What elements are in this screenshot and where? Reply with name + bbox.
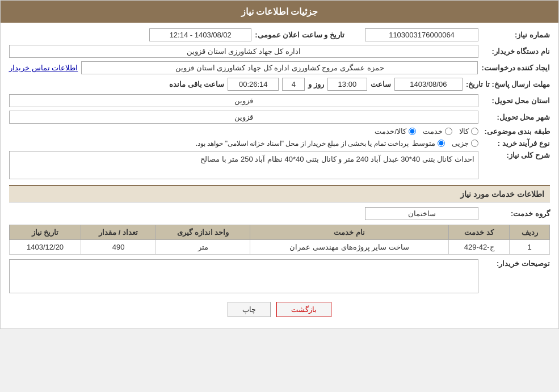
service-group-label: گروه خدمت: xyxy=(482,209,550,218)
creator-link[interactable]: اطلاعات تماس خریدار xyxy=(9,64,78,72)
response-days-value: 4 xyxy=(282,78,305,91)
category-label: طبقه بندی موضوعی: xyxy=(482,127,550,136)
category-kala-item[interactable]: کالا xyxy=(459,127,478,136)
need-number-label: شماره نیاز: xyxy=(482,31,550,39)
col-service-name: نام خدمت xyxy=(250,225,449,240)
response-date-value: 1403/08/06 xyxy=(394,78,463,91)
purchase-jozii-label: جزیی xyxy=(452,139,469,147)
cell-quantity: 490 xyxy=(81,240,156,255)
response-deadline-row: مهلت ارسال پاسخ: تا تاریخ: 1403/08/06 سا… xyxy=(9,78,550,91)
response-days-label: روز و xyxy=(308,80,324,88)
cell-service-code: ج-42-429 xyxy=(448,240,509,255)
back-button[interactable]: بازگشت xyxy=(276,302,331,317)
service-group-value: ساختمان xyxy=(365,207,478,220)
creator-row: ایجاد کننده درخواست: حمزه عسگری مروج کشا… xyxy=(9,61,550,74)
purchase-type-row: نوع فرآیند خرید : جزیی متوسط پرداخت تمام… xyxy=(9,139,550,147)
category-khadamat-radio[interactable] xyxy=(445,128,452,135)
category-khadamat-label: خدمت xyxy=(423,127,443,136)
buyer-org-value: اداره کل جهاد کشاورزی استان قزوین xyxy=(9,45,478,58)
response-time-value: 13:00 xyxy=(327,78,367,91)
delivery-province-label: استان محل تحویل: xyxy=(482,96,550,105)
need-desc-value: احداث کانال بتنی 40*30 عبدل آباد 240 متر… xyxy=(9,151,478,179)
delivery-province-row: استان محل تحویل: قزوین xyxy=(9,94,550,107)
purchase-jozii-radio[interactable] xyxy=(471,140,478,147)
purchase-type-desc: پرداخت تمام یا بخشی از مبلغ خریدار از مح… xyxy=(9,140,409,147)
service-group-row: گروه خدمت: ساختمان xyxy=(9,207,550,220)
services-section-title: اطلاعات خدمات مورد نیاز xyxy=(9,185,550,203)
purchase-mottasat-radio[interactable] xyxy=(438,140,445,147)
header-title: جزئیات اطلاعات نیاز xyxy=(241,7,318,16)
delivery-province-value: قزوین xyxy=(9,94,478,107)
col-date: تاریخ نیاز xyxy=(10,225,81,240)
cell-row: 1 xyxy=(510,240,550,255)
purchase-mottasat-label: متوسط xyxy=(412,139,435,147)
purchase-mottasat-item[interactable]: متوسط xyxy=(412,139,445,147)
category-kala-khadamat-label: کالا/خدمت xyxy=(375,127,406,136)
print-button[interactable]: چاپ xyxy=(228,302,271,317)
need-desc-row: شرح کلی نیاز: احداث کانال بتنی 40*30 عبد… xyxy=(9,151,550,179)
response-time-label: ساعت xyxy=(371,80,391,88)
purchase-type-label: نوع فرآیند خرید : xyxy=(482,139,550,147)
buyer-org-label: نام دستگاه خریدار: xyxy=(482,47,550,56)
col-service-code: کد خدمت xyxy=(448,225,509,240)
purchase-type-radio-group: جزیی متوسط xyxy=(412,139,478,147)
category-kala-khadamat-radio[interactable] xyxy=(409,128,416,135)
category-khadamat-item[interactable]: خدمت xyxy=(423,127,452,136)
announce-datetime-label: تاریخ و ساعت اعلان عمومی: xyxy=(255,31,344,39)
response-remaining-label: ساعت باقی مانده xyxy=(169,80,224,88)
page-header: جزئیات اطلاعات نیاز xyxy=(1,1,558,23)
response-remaining-value: 00:26:14 xyxy=(228,78,279,91)
services-table: ردیف کد خدمت نام خدمت واحد اندازه گیری ت… xyxy=(9,225,550,255)
table-row: 1 ج-42-429 ساخت سایر پروژه‌های مهندسی عم… xyxy=(10,240,550,255)
response-deadline-label: مهلت ارسال پاسخ: تا تاریخ: xyxy=(466,80,550,88)
buyer-desc-box xyxy=(9,259,478,293)
cell-date: 1403/12/20 xyxy=(10,240,81,255)
purchase-jozii-item[interactable]: جزیی xyxy=(452,139,478,147)
content-area: شماره نیاز: 1103003176000064 تاریخ و ساع… xyxy=(1,23,558,328)
buttons-row: بازگشت چاپ xyxy=(9,302,550,317)
category-kala-radio[interactable] xyxy=(471,128,478,135)
cell-unit: متر xyxy=(156,240,250,255)
need-number-value: 1103003176000064 xyxy=(365,28,478,41)
need-number-row: شماره نیاز: 1103003176000064 تاریخ و ساع… xyxy=(9,28,550,41)
creator-value: حمزه عسگری مروج کشاورزی اداره کل جهاد کش… xyxy=(81,61,478,74)
col-row: ردیف xyxy=(510,225,550,240)
buyer-org-row: نام دستگاه خریدار: اداره کل جهاد کشاورزی… xyxy=(9,45,550,58)
category-radio-group: کالا خدمت کالا/خدمت xyxy=(375,127,478,136)
delivery-city-row: شهر محل تحویل: قزوین xyxy=(9,111,550,124)
col-quantity: تعداد / مقدار xyxy=(81,225,156,240)
col-unit: واحد اندازه گیری xyxy=(156,225,250,240)
delivery-city-value: قزوین xyxy=(9,111,478,124)
creator-label: ایجاد کننده درخواست: xyxy=(481,64,550,72)
need-desc-label: شرح کلی نیاز: xyxy=(482,151,550,159)
services-table-container: ردیف کد خدمت نام خدمت واحد اندازه گیری ت… xyxy=(9,225,550,255)
category-kala-khadamat-item[interactable]: کالا/خدمت xyxy=(375,127,416,136)
buyer-desc-row: توصیحات خریدار: xyxy=(9,259,550,293)
category-kala-label: کالا xyxy=(459,127,469,136)
category-row: طبقه بندی موضوعی: کالا خدمت کالا/خدمت xyxy=(9,127,550,136)
cell-service-name: ساخت سایر پروژه‌های مهندسی عمران xyxy=(250,240,449,255)
delivery-city-label: شهر محل تحویل: xyxy=(482,113,550,121)
announce-datetime-value: 1403/08/02 - 12:14 xyxy=(149,28,251,41)
page-container: جزئیات اطلاعات نیاز شماره نیاز: 11030031… xyxy=(0,0,559,329)
buyer-desc-label: توصیحات خریدار: xyxy=(482,259,550,268)
